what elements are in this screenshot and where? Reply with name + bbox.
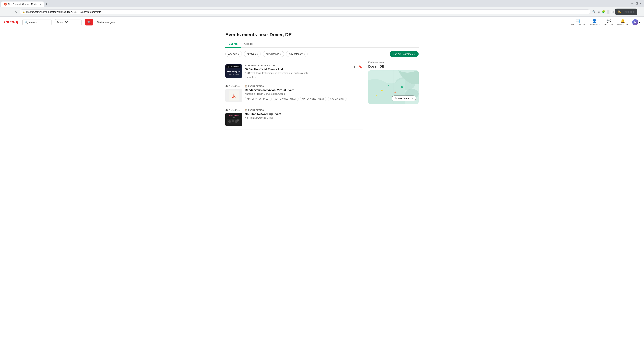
window-maximize-btn[interactable]: ❐ bbox=[636, 2, 638, 5]
share-btn-sxsw[interactable]: ⬆ bbox=[353, 64, 356, 69]
browser-search-icon[interactable]: 🔍 bbox=[592, 9, 596, 14]
bookmark-icon: 🔖 bbox=[358, 65, 362, 68]
series-badge-rendezvous: 📋 EVENT SERIES bbox=[245, 85, 363, 87]
lock-icon: 🔒 bbox=[22, 11, 25, 13]
search-btn-icon: 🔍 bbox=[88, 21, 91, 24]
filter-distance-label: Any distance bbox=[266, 53, 279, 55]
content-layout: 🎥 Online Event Event & Party List by ENT… bbox=[226, 61, 418, 130]
browser-split-icon[interactable]: ⊟ bbox=[611, 9, 614, 14]
date-pill-1[interactable]: MAR 20 @ 6:30 PM EDT bbox=[245, 97, 272, 101]
event-thumbnail-networking[interactable]: RGB BUSINESS ENT bbox=[226, 113, 242, 126]
online-event-badge: 🎥 Online Event bbox=[226, 65, 240, 68]
refresh-btn[interactable]: ↻ bbox=[14, 9, 18, 14]
svg-text:ENT: ENT bbox=[233, 117, 235, 118]
event-info-sxsw: MON, MAR 18 · 11:00 AM CST SXSW Unoffici… bbox=[245, 64, 350, 78]
svg-point-7 bbox=[228, 120, 231, 123]
date-pill-2[interactable]: APR 3 @ 6:30 PM EDT bbox=[273, 97, 298, 101]
search-button[interactable]: 🔍 bbox=[85, 19, 93, 25]
filter-type[interactable]: Any type ▾ bbox=[244, 51, 261, 57]
map-find-label: Find events near bbox=[368, 61, 418, 63]
forward-btn[interactable]: → bbox=[8, 9, 13, 14]
filter-category[interactable]: Any category ▾ bbox=[286, 51, 308, 57]
browser-tab-active[interactable]: M Find Events & Groups | Meetup × bbox=[1, 1, 44, 7]
event-thumbnail-sxsw[interactable]: 🎥 Online Event Event & Party List by ENT… bbox=[226, 64, 242, 78]
event-card-rendezvous: 🎥 Online Event 🗼 📋 EVENT SERIES bbox=[226, 82, 363, 106]
filter-distance[interactable]: Any distance ▾ bbox=[263, 51, 284, 57]
location-input[interactable]: Dover, DE bbox=[55, 19, 82, 25]
tab-groups[interactable]: Groups bbox=[241, 41, 256, 48]
new-tab-btn[interactable]: + bbox=[44, 1, 50, 7]
event-actions-sxsw: ⬆ 🔖 bbox=[353, 64, 363, 69]
window-close-btn[interactable]: × bbox=[640, 2, 641, 5]
event-subtitle-rendezvous: Annapolis French Conversation Group bbox=[245, 92, 363, 95]
attendees-count: 0 attendees bbox=[245, 76, 256, 78]
nav-notifications[interactable]: 🔔 Notifications bbox=[617, 19, 628, 26]
event-date-sxsw: MON, MAR 18 · 11:00 AM CST bbox=[245, 64, 350, 67]
start-group-button[interactable]: Start a new group bbox=[96, 21, 116, 24]
event-thumbnail-rendezvous[interactable]: 🗼 bbox=[226, 89, 242, 102]
event-card-sxsw: 🎥 Online Event Event & Party List by ENT… bbox=[226, 61, 363, 82]
svg-point-10 bbox=[237, 119, 239, 121]
messages-icon: 💬 bbox=[606, 19, 611, 23]
browser-star-icon[interactable]: ☆ bbox=[597, 9, 601, 14]
browser-toolbar: ← → ↻ 🔒 meetup.com/find/?suggested=true&… bbox=[0, 7, 644, 16]
tab-close-btn[interactable]: × bbox=[40, 3, 41, 5]
nav-pro-dashboard[interactable]: 📊 Pro Dashboard bbox=[571, 19, 585, 26]
tab-title: Find Events & Groups | Meetup bbox=[8, 3, 38, 5]
incognito-icon: 🕵️ bbox=[617, 9, 622, 14]
bookmark-btn-sxsw[interactable]: 🔖 bbox=[358, 64, 363, 69]
svg-point-8 bbox=[232, 119, 234, 122]
browser-toolbar-actions: 🔍 ☆ 🧩 ⊟ 🕵️ Incognito ⋮ bbox=[592, 8, 642, 15]
event-title-sxsw[interactable]: SXSW Unofficial Events List bbox=[245, 68, 350, 71]
nav-connections[interactable]: 👤 Connections bbox=[589, 19, 600, 26]
user-avatar: M bbox=[632, 19, 638, 25]
filter-distance-chevron: ▾ bbox=[280, 53, 281, 55]
sort-button[interactable]: Sort by: Relevance ▾ bbox=[390, 51, 418, 57]
nav-messages[interactable]: 💬 Messages bbox=[604, 19, 613, 26]
browser-more-icon[interactable]: ⋮ bbox=[638, 9, 642, 14]
browser-extensions-icon[interactable]: 🧩 bbox=[602, 9, 606, 14]
header-actions: 📊 Pro Dashboard 👤 Connections 💬 Messages… bbox=[571, 19, 640, 26]
event-subtitle-sxsw: NYC Tech Pros: Entrepreneurs, Investors,… bbox=[245, 72, 350, 74]
search-icon: 🔍 bbox=[25, 21, 28, 24]
tab-events[interactable]: Events bbox=[226, 41, 241, 48]
notifications-icon: 🔔 bbox=[620, 19, 625, 23]
online-badge-rendezvous: 🎥 Online Event bbox=[226, 85, 240, 87]
svg-point-16 bbox=[394, 91, 396, 93]
pro-dashboard-icon: 📊 bbox=[576, 19, 580, 23]
event-info-networking: 📋 EVENT SERIES No Pitch Networking Event… bbox=[245, 109, 363, 120]
filter-day-chevron: ▾ bbox=[238, 53, 239, 55]
events-list: 🎥 Online Event Event & Party List by ENT… bbox=[226, 61, 363, 130]
online-badge-networking: 🎥 Online Event bbox=[226, 109, 240, 111]
browse-map-button[interactable]: Browse in map ↗ bbox=[392, 95, 416, 101]
svg-point-15 bbox=[388, 85, 389, 86]
filter-day[interactable]: Any day ▾ bbox=[226, 51, 242, 57]
meetup-logo[interactable]: meetup bbox=[4, 18, 19, 26]
page-title: Events events near Dover, DE bbox=[226, 32, 418, 37]
messages-label: Messages bbox=[604, 23, 613, 26]
event-title-rendezvous[interactable]: Rendezvous convivial / Virtual Event bbox=[245, 88, 363, 92]
svg-text:meetup: meetup bbox=[4, 19, 19, 24]
event-card-networking: 🎥 Online Event RGB BUSINESS ENT bbox=[226, 106, 363, 130]
filter-type-label: Any type bbox=[247, 53, 256, 55]
svg-text:RGB BUSINESS: RGB BUSINESS bbox=[229, 115, 239, 116]
date-pill-3[interactable]: APR 17 @ 6:30 PM EDT bbox=[300, 97, 326, 101]
browse-map-label: Browse in map bbox=[394, 97, 410, 100]
user-menu[interactable]: M ▾ bbox=[632, 19, 640, 25]
map-panel: Find events near Dover, DE bbox=[368, 61, 418, 130]
location-value: Dover, DE bbox=[57, 21, 68, 24]
event-title-networking[interactable]: No Pitch Networking Event bbox=[245, 112, 363, 116]
user-chevron-icon: ▾ bbox=[639, 21, 640, 23]
svg-point-14 bbox=[381, 90, 382, 91]
date-pill-more[interactable]: MAY 1 @ 6:30 ▸ bbox=[328, 97, 346, 101]
address-bar[interactable]: 🔒 meetup.com/find/?suggested=true&source… bbox=[20, 9, 590, 14]
map-location: Dover, DE bbox=[368, 64, 418, 68]
filter-type-chevron: ▾ bbox=[257, 53, 258, 55]
map-container[interactable]: Browse in map ↗ bbox=[368, 70, 418, 104]
back-btn[interactable]: ← bbox=[2, 9, 7, 14]
browse-map-icon: ↗ bbox=[411, 97, 413, 100]
filters-bar: Any day ▾ Any type ▾ Any distance ▾ Any … bbox=[226, 51, 418, 57]
window-minimize-btn[interactable]: ─ bbox=[632, 2, 633, 5]
search-input[interactable] bbox=[29, 21, 49, 24]
date-pills-rendezvous: MAR 20 @ 6:30 PM EDT APR 3 @ 6:30 PM EDT… bbox=[245, 97, 363, 101]
